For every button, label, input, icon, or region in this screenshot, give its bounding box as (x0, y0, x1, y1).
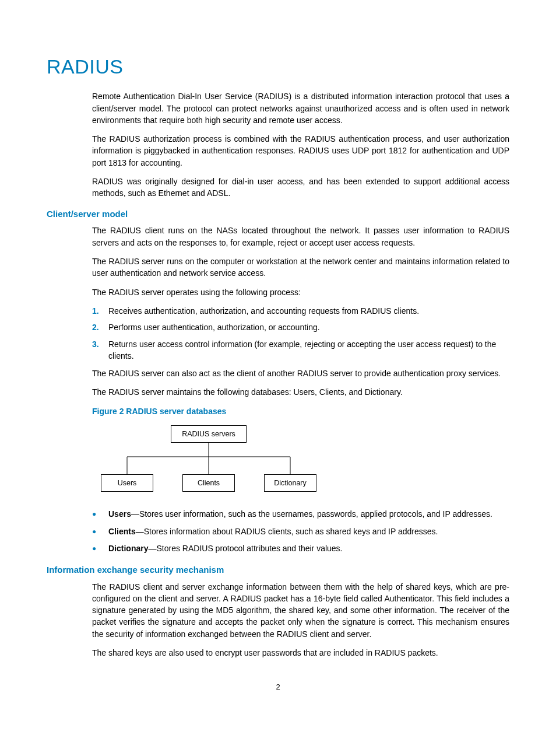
step-number: 2. (92, 321, 108, 333)
step-text: Receives authentication, authorization, … (108, 305, 419, 317)
diagram-box-dictionary: Dictionary (264, 474, 316, 492)
body-para: The shared keys are also used to encrypt… (92, 647, 509, 659)
page-title: RADIUS (47, 52, 509, 81)
step-text: Performs user authentication, authorizat… (108, 321, 320, 333)
diagram-box-users: Users (101, 474, 153, 492)
step-number: 1. (92, 305, 108, 317)
body-para: The RADIUS client and server exchange in… (92, 581, 509, 640)
diagram-box-top: RADIUS servers (171, 425, 247, 443)
diagram-radius-databases: RADIUS servers Users Clients Dictionary (92, 423, 337, 499)
bullet-icon: ● (92, 542, 108, 555)
section-heading-security: Information exchange security mechanism (47, 564, 509, 576)
list-item: ● Dictionary—Stores RADIUS protocol attr… (92, 542, 509, 555)
step-number: 3. (92, 338, 108, 362)
list-item: 1.Receives authentication, authorization… (92, 305, 509, 317)
intro-para: The RADIUS authorization process is comb… (92, 133, 509, 169)
bullet-text: Users—Stores user information, such as t… (108, 508, 509, 521)
figure-caption: Figure 2 RADIUS server databases (92, 405, 509, 417)
bullet-icon: ● (92, 508, 108, 521)
list-item: ● Clients—Stores information about RADIU… (92, 526, 509, 538)
page-number: 2 (47, 682, 509, 693)
step-text: Returns user access control information … (108, 338, 509, 362)
bullet-text: Dictionary—Stores RADIUS protocol attrib… (108, 542, 509, 555)
list-item: 2.Performs user authentication, authoriz… (92, 321, 509, 333)
bullet-text: Clients—Stores information about RADIUS … (108, 526, 509, 538)
list-item: 3.Returns user access control informatio… (92, 338, 509, 362)
bullet-icon: ● (92, 526, 108, 538)
intro-para: RADIUS was originally designed for dial-… (92, 176, 509, 200)
list-item: ● Users—Stores user information, such as… (92, 508, 509, 521)
section-heading-client-server: Client/server model (47, 208, 509, 220)
body-para: The RADIUS server runs on the computer o… (92, 256, 509, 279)
diagram-box-clients: Clients (182, 474, 235, 492)
intro-para: Remote Authentication Dial-In User Servi… (92, 90, 509, 126)
body-para: The RADIUS client runs on the NASs locat… (92, 225, 509, 249)
body-para: The RADIUS server maintains the followin… (92, 386, 509, 398)
body-para: The RADIUS server can also act as the cl… (92, 368, 509, 379)
body-para: The RADIUS server operates using the fol… (92, 286, 509, 298)
